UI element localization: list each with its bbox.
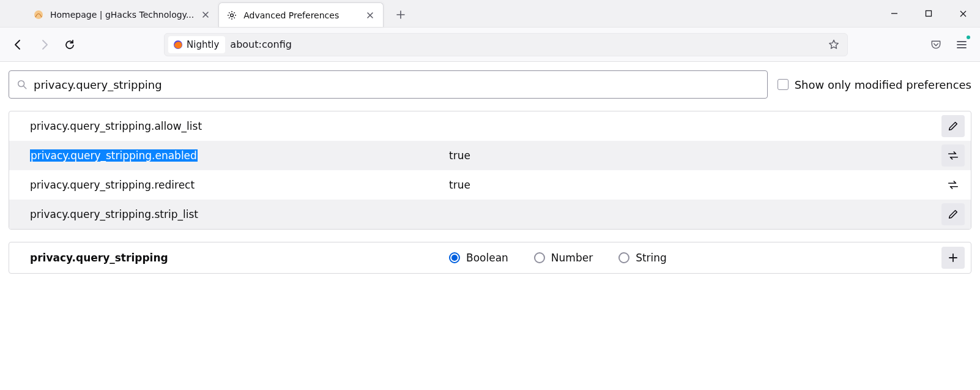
identity-label: Nightly — [187, 39, 219, 50]
right-toolbar — [925, 34, 973, 56]
bookmark-star-button[interactable] — [824, 35, 844, 54]
pref-row[interactable]: privacy.query_stripping.allow_list — [9, 111, 971, 141]
ghacks-favicon — [33, 9, 44, 20]
pref-table: privacy.query_stripping.allow_listprivac… — [9, 111, 971, 230]
tab-strip: Homepage | gHacks Technology... Advanced… — [26, 0, 412, 27]
edit-button[interactable] — [941, 115, 965, 137]
close-icon[interactable] — [200, 9, 211, 20]
add-pref-row: privacy.query_stripping BooleanNumberStr… — [9, 242, 971, 274]
titlebar: Homepage | gHacks Technology... Advanced… — [0, 0, 980, 28]
checkbox-icon[interactable] — [778, 79, 789, 90]
tab-ghacks[interactable]: Homepage | gHacks Technology... — [26, 2, 218, 27]
toggle-button[interactable] — [941, 174, 965, 196]
pref-search-input[interactable] — [34, 78, 760, 91]
pref-row[interactable]: privacy.query_stripping.strip_list — [9, 200, 971, 229]
window-close-button[interactable] — [946, 0, 980, 27]
new-tab-button[interactable] — [390, 4, 412, 26]
svg-rect-2 — [926, 11, 932, 17]
pref-value: true — [449, 179, 941, 191]
pref-name: privacy.query_stripping.allow_list — [30, 120, 449, 132]
app-menu-button[interactable] — [951, 34, 973, 56]
back-button[interactable] — [7, 34, 29, 56]
type-option-label: Number — [551, 252, 593, 264]
svg-point-0 — [34, 10, 43, 19]
pencil-icon — [948, 121, 959, 132]
show-modified-label: Show only modified preferences — [795, 78, 971, 91]
add-button[interactable] — [941, 247, 965, 269]
firefox-icon — [173, 40, 183, 50]
search-row: Show only modified preferences — [9, 70, 971, 99]
swap-icon — [947, 150, 959, 161]
window-controls — [877, 0, 980, 27]
show-modified-checkbox[interactable]: Show only modified preferences — [778, 78, 971, 91]
radio-icon[interactable] — [618, 252, 629, 263]
pref-name: privacy.query_stripping.enabled — [30, 149, 449, 162]
pref-search-box[interactable] — [9, 70, 768, 99]
pref-value: true — [449, 149, 941, 162]
url-bar[interactable]: Nightly about:config — [164, 33, 848, 56]
notification-dot-icon — [967, 36, 970, 39]
radio-icon[interactable] — [534, 252, 545, 263]
type-option-label: String — [636, 252, 667, 264]
gear-icon — [226, 10, 237, 21]
toggle-button[interactable] — [941, 144, 965, 167]
type-options: BooleanNumberString — [449, 252, 941, 264]
type-option-label: Boolean — [466, 252, 508, 264]
swap-icon — [947, 179, 959, 190]
tab-advanced-preferences[interactable]: Advanced Preferences — [218, 2, 384, 27]
url-text[interactable]: about:config — [230, 39, 819, 50]
add-pref-name: privacy.query_stripping — [30, 252, 449, 264]
forward-button[interactable] — [33, 34, 55, 56]
radio-icon[interactable] — [449, 252, 460, 263]
type-option-boolean[interactable]: Boolean — [449, 252, 508, 264]
svg-point-1 — [231, 13, 234, 17]
about-config-page: Show only modified preferences privacy.q… — [0, 62, 980, 282]
window-maximize-button[interactable] — [911, 0, 946, 27]
pref-row[interactable]: privacy.query_stripping.enabledtrue — [9, 141, 971, 170]
pref-name: privacy.query_stripping.redirect — [30, 179, 449, 191]
search-icon — [17, 79, 28, 90]
reload-button[interactable] — [59, 34, 81, 56]
pref-name: privacy.query_stripping.strip_list — [30, 208, 449, 220]
tab-label: Advanced Preferences — [243, 10, 358, 20]
tab-label: Homepage | gHacks Technology... — [50, 10, 194, 20]
svg-point-4 — [18, 81, 24, 87]
type-option-number[interactable]: Number — [534, 252, 593, 264]
pencil-icon — [948, 209, 959, 220]
edit-button[interactable] — [941, 203, 965, 225]
window-minimize-button[interactable] — [877, 0, 911, 27]
pref-row[interactable]: privacy.query_stripping.redirecttrue — [9, 170, 971, 200]
type-option-string[interactable]: String — [618, 252, 667, 264]
nav-toolbar: Nightly about:config — [0, 28, 980, 62]
close-icon[interactable] — [365, 10, 376, 21]
identity-chip[interactable]: Nightly — [168, 36, 225, 53]
pocket-button[interactable] — [925, 34, 947, 56]
